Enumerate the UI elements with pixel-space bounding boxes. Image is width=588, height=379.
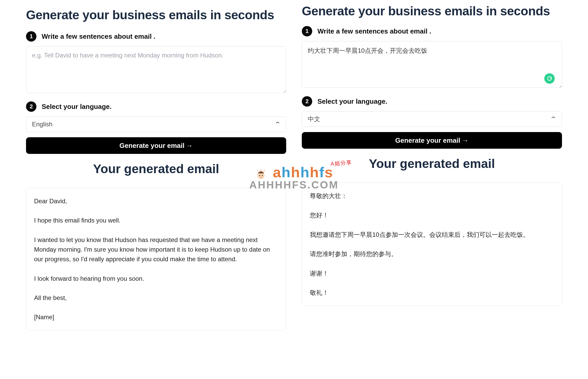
language-select-value: 中文 [308, 115, 320, 123]
step-1-label: Write a few sentences about email . [317, 27, 431, 35]
step-2-row: 2 Select your language. [302, 96, 562, 107]
arrow-right-icon: → [186, 142, 193, 150]
generate-button[interactable]: Generate your email → [302, 132, 562, 149]
chevron-up-icon: ⌃ [550, 115, 557, 123]
prompt-textarea[interactable] [302, 41, 562, 88]
left-panel: Generate your business emails in seconds… [0, 0, 294, 379]
step-1-row: 1 Write a few sentences about email . [302, 26, 562, 36]
step-1-badge: 1 [26, 31, 36, 42]
language-select-value: English [32, 121, 53, 128]
chevron-up-icon: ⌃ [274, 121, 281, 128]
step-1-badge: 1 [302, 26, 312, 36]
result-title: Your generated email [26, 162, 286, 176]
language-select[interactable]: English ⌃ [26, 116, 286, 132]
page-title: Generate your business emails in seconds [302, 4, 562, 18]
step-1-label: Write a few sentences about email . [42, 32, 155, 41]
step-2-row: 2 Select your language. [26, 101, 286, 112]
step-2-badge: 2 [302, 96, 312, 107]
prompt-textarea-wrap [26, 46, 286, 101]
step-2-label: Select your language. [317, 97, 387, 106]
generate-button[interactable]: Generate your email → [26, 137, 286, 154]
generate-button-label: Generate your email [395, 136, 460, 145]
prompt-textarea-wrap [302, 41, 562, 96]
generated-email-card: Dear David, I hope this email finds you … [26, 188, 286, 330]
step-2-badge: 2 [26, 101, 36, 112]
generated-email-card: 尊敬的大壮： 您好！ 我想邀请您下周一早晨10点参加一次会议。会议结束后，我们可… [302, 182, 562, 306]
arrow-right-icon: → [462, 136, 469, 145]
step-1-row: 1 Write a few sentences about email . [26, 31, 286, 42]
page-title: Generate your business emails in seconds [26, 8, 286, 22]
right-panel: Generate your business emails in seconds… [294, 0, 588, 379]
language-select[interactable]: 中文 ⌃ [302, 111, 562, 127]
result-title: Your generated email [302, 156, 562, 171]
prompt-textarea[interactable] [26, 46, 286, 93]
grammarly-icon[interactable] [544, 73, 555, 84]
generate-button-label: Generate your email [119, 142, 184, 150]
step-2-label: Select your language. [42, 103, 112, 111]
